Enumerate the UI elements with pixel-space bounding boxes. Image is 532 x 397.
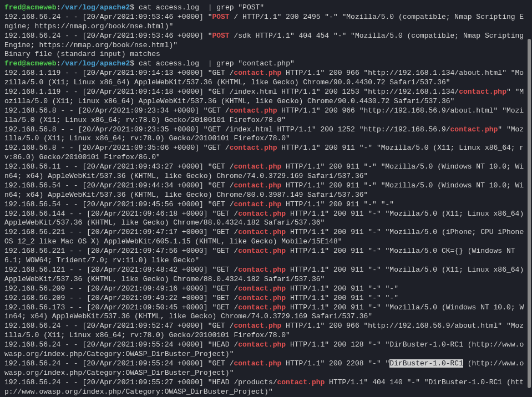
log-line: 192.168.56.173 - - [20/Apr/2021:09:50:45… (4, 303, 238, 312)
grep-match: contact.php (230, 144, 277, 152)
grep-match: contact.php (238, 228, 286, 236)
log-line: 192.168.1.119 - - [20/Apr/2021:09:14:18 … (4, 88, 459, 96)
grep-match: POST (212, 13, 229, 21)
grep-match: contact.php (238, 266, 286, 274)
log-line: 192.168.56.54 - - [20/Apr/2021:09:45:56 … (4, 200, 234, 208)
binary-notice: Binary file (standard input) matches (4, 50, 160, 58)
log-line: HTTP/1.1" 200 911 "-" "-" (286, 284, 398, 293)
log-line: 192.168.56.8 - - [20/Apr/2021:09:35:06 +… (4, 144, 230, 152)
grep-match: POST (212, 32, 229, 40)
prompt-user: fred@acmeweb (4, 59, 57, 68)
grep-match: contact.php (277, 378, 325, 386)
log-line: 192.168.56.221 - - [20/Apr/2021:09:47:17… (4, 228, 238, 236)
log-line: 192.168.56.8 - - [20/Apr/2021:09:23:34 +… (4, 106, 230, 115)
log-line: HTTP/1.1" 200 2208 "-" " (281, 359, 389, 368)
grep-match: contact.php (450, 125, 498, 134)
log-line: 192.168.56.11 - - [20/Apr/2021:09:43:27 … (4, 162, 234, 171)
log-line: 192.168.56.24 - - [20/Apr/2021:09:52:47 … (4, 322, 234, 330)
grep-match: contact.php (234, 181, 281, 190)
log-line: HTTP/1.1" 200 911 "-" "-" (286, 294, 398, 302)
grep-match: contact.php (459, 88, 506, 96)
log-line: HTTP/1.1" 200 911 "-" "-" (281, 200, 394, 208)
log-line: 192.168.56.24 - - [20/Apr/2021:09:53:46 … (4, 32, 212, 40)
log-line: 192.168.56.24 - - [20/Apr/2021:09:55:24 … (4, 359, 234, 368)
grep-match: contact.php (238, 340, 286, 349)
log-line: 192.168.56.209 - - [20/Apr/2021:09:49:16… (4, 284, 238, 293)
prompt-dollar: $ (130, 3, 134, 12)
log-line: 192.168.56.8 - - [20/Apr/2021:09:23:35 +… (4, 125, 450, 134)
log-line: 192.168.56.54 - - [20/Apr/2021:09:44:34 … (4, 181, 234, 190)
grep-match: contact.php (234, 162, 281, 171)
log-line: 192.168.56.221 - - [20/Apr/2021:09:47:56… (4, 247, 238, 255)
prompt-path: /var/log/apache2 (60, 3, 130, 12)
log-line: 192.168.56.209 - - [20/Apr/2021:09:49:22… (4, 294, 238, 302)
grep-match: contact.php (230, 106, 277, 115)
log-line: 192.168.56.121 - - [20/Apr/2021:09:48:42… (4, 266, 238, 274)
terminal-output[interactable]: fred@acmeweb:/var/log/apache2$ cat acces… (4, 3, 528, 397)
grep-match: contact.php (238, 303, 286, 312)
log-line: 192.168.56.24 - - [20/Apr/2021:09:53:46 … (4, 13, 212, 21)
grep-match: contact.php (234, 200, 281, 208)
log-line: 192.168.1.119 - - [20/Apr/2021:09:14:13 … (4, 69, 234, 77)
log-line: 192.168.56.144 - - [20/Apr/2021:09:46:18… (4, 210, 238, 218)
scrollbar[interactable] (528, 39, 531, 388)
prompt-dollar: $ (130, 59, 134, 68)
grep-match: contact.php (238, 247, 286, 255)
grep-match: contact.php (234, 359, 281, 368)
grep-match: contact.php (234, 322, 281, 330)
command-2: cat access.log | grep "contact.php" (139, 59, 295, 68)
prompt-path: /var/log/apache2 (60, 59, 130, 68)
grep-match: contact.php (238, 284, 286, 293)
prompt-user: fred@acmeweb (4, 3, 57, 12)
grep-match: contact.php (234, 69, 281, 77)
log-line: 192.168.56.24 - - [20/Apr/2021:09:55:24 … (4, 340, 238, 349)
selected-text[interactable]: DirBuster-1.0-RC1 (389, 359, 463, 368)
command-1: cat access.log | grep "POST" (139, 3, 264, 12)
log-line: 192.168.56.24 - - [20/Apr/2021:09:55:27 … (4, 378, 277, 386)
grep-match: contact.php (238, 210, 286, 218)
grep-match: contact.php (238, 294, 286, 302)
